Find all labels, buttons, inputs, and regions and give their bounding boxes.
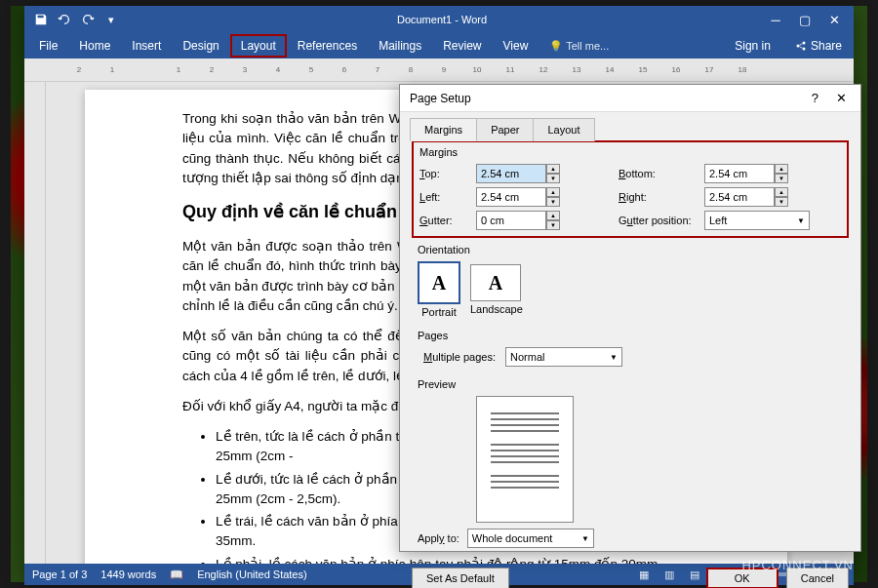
margins-section-title: Margins [419, 146, 841, 158]
spinner-up-icon[interactable]: ▲ [546, 164, 560, 174]
tab-mailings[interactable]: Mailings [368, 34, 432, 58]
save-icon[interactable] [30, 9, 52, 30]
spinner-up-icon[interactable]: ▲ [775, 164, 788, 174]
dialog-help-button[interactable]: ? [808, 91, 822, 105]
orientation-section: Orientation A Portrait A Landscape [412, 238, 849, 324]
sign-in-link[interactable]: Sign in [724, 34, 781, 58]
document-title: Document1 - Word [122, 14, 762, 25]
qat-customize-icon[interactable]: ▾ [100, 9, 122, 30]
minimize-button[interactable]: ─ [762, 9, 789, 30]
apply-to-combo[interactable]: Whole document▼ [467, 529, 594, 548]
multiple-pages-combo[interactable]: Normal▼ [505, 347, 622, 367]
tab-insert[interactable]: Insert [121, 34, 172, 58]
tab-home[interactable]: Home [68, 34, 121, 58]
landscape-icon: A [470, 264, 521, 301]
spinner-down-icon[interactable]: ▼ [775, 197, 788, 207]
share-icon [795, 40, 807, 52]
set-as-default-button[interactable]: Set As Default [412, 568, 509, 588]
apply-to-label: Apply to: [418, 532, 459, 544]
gutter-input[interactable]: ▲▼ [476, 211, 562, 230]
chevron-down-icon: ▼ [581, 534, 589, 543]
preview-title: Preview [418, 378, 843, 390]
top-margin-input[interactable]: ▲▼ [476, 164, 562, 183]
spinner-up-icon[interactable]: ▲ [546, 211, 560, 220]
close-button[interactable]: ✕ [820, 9, 848, 30]
pages-section: Pages Multiple pages: Normal▼ [412, 324, 849, 372]
watermark: HPCONNECT.VN [741, 558, 854, 572]
redo-icon[interactable] [77, 9, 99, 30]
vertical-ruler[interactable] [24, 82, 46, 564]
portrait-option[interactable]: A Portrait [418, 261, 460, 318]
right-label: Right: [619, 191, 700, 203]
preview-thumbnail [476, 396, 574, 523]
word-application-window: ▾ Document1 - Word ─ ▢ ✕ File Home Inser… [24, 6, 854, 579]
dialog-tab-layout[interactable]: Layout [533, 118, 594, 141]
top-label: Top: [419, 168, 472, 179]
word-count[interactable]: 1449 words [100, 568, 156, 580]
chevron-down-icon: ▼ [610, 353, 618, 362]
orientation-title: Orientation [418, 244, 843, 255]
tab-layout[interactable]: Layout [230, 34, 287, 58]
horizontal-ruler[interactable]: 21123456789101112131415161718 [24, 59, 854, 82]
tab-file[interactable]: File [28, 34, 68, 58]
page-setup-dialog: Page Setup ? ✕ Margins Paper Layout Marg… [399, 84, 861, 552]
titlebar: ▾ Document1 - Word ─ ▢ ✕ [24, 6, 854, 33]
language-indicator[interactable]: English (United States) [197, 568, 307, 580]
tab-review[interactable]: Review [432, 34, 492, 58]
spinner-down-icon[interactable]: ▼ [546, 220, 560, 230]
svg-point-1 [802, 42, 805, 45]
spinner-down-icon[interactable]: ▼ [546, 197, 560, 207]
tab-design[interactable]: Design [172, 34, 229, 58]
left-margin-input[interactable]: ▲▼ [476, 187, 562, 207]
spinner-up-icon[interactable]: ▲ [775, 187, 788, 197]
share-button[interactable]: Share [787, 36, 850, 56]
spellcheck-icon[interactable]: 📖 [170, 568, 183, 581]
svg-point-0 [796, 45, 799, 48]
margins-section: Margins Top: ▲▼ Bottom: ▲▼ Left: ▲▼ Righ… [412, 140, 849, 238]
gutter-position-combo[interactable]: Left▼ [704, 211, 810, 230]
bottom-label: Bottom: [619, 168, 700, 179]
tell-me-search[interactable]: 💡 Tell me... [539, 35, 619, 58]
tab-view[interactable]: View [493, 34, 539, 58]
spinner-down-icon[interactable]: ▼ [775, 174, 788, 183]
tab-references[interactable]: References [287, 34, 368, 58]
spinner-up-icon[interactable]: ▲ [546, 187, 560, 197]
dialog-close-button[interactable]: ✕ [832, 91, 851, 105]
page-indicator[interactable]: Page 1 of 3 [32, 568, 87, 580]
dialog-title: Page Setup [410, 92, 471, 105]
bottom-margin-input[interactable]: ▲▼ [704, 164, 790, 183]
dialog-tab-paper[interactable]: Paper [476, 118, 534, 141]
svg-point-2 [802, 48, 805, 51]
gutter-label: Gutter: [419, 215, 472, 226]
multiple-pages-label: Multiple pages: [423, 351, 496, 363]
ribbon-tabs: File Home Insert Design Layout Reference… [24, 33, 854, 59]
portrait-icon: A [418, 261, 460, 304]
landscape-option[interactable]: A Landscape [470, 261, 523, 318]
right-margin-input[interactable]: ▲▼ [704, 187, 790, 207]
gutter-position-label: Gutter position: [619, 215, 700, 226]
left-label: Left: [419, 191, 472, 203]
chevron-down-icon: ▼ [797, 216, 805, 225]
maximize-button[interactable]: ▢ [791, 9, 818, 30]
undo-icon[interactable] [54, 9, 75, 30]
spinner-down-icon[interactable]: ▼ [546, 174, 560, 183]
dialog-tab-margins[interactable]: Margins [410, 118, 477, 141]
preview-section: Preview [412, 372, 849, 529]
pages-title: Pages [418, 330, 843, 341]
apply-to-row: Apply to: Whole document▼ [412, 529, 849, 548]
